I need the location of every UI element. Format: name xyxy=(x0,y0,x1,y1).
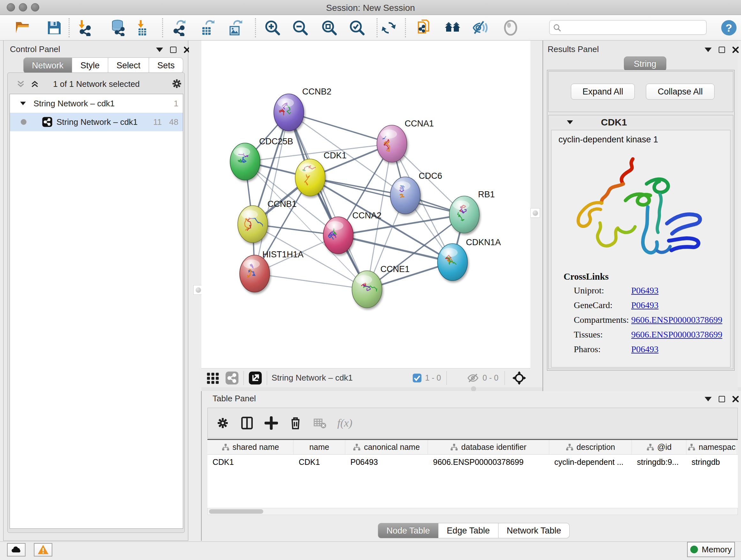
column-header[interactable]: name xyxy=(293,440,345,454)
tab-edge-table[interactable]: Edge Table xyxy=(439,523,498,538)
collapse-all-button[interactable]: Collapse All xyxy=(646,84,715,100)
tab-select[interactable]: Select xyxy=(108,57,149,73)
scrollbar-thumb[interactable] xyxy=(209,509,263,514)
string-network-graph[interactable]: CCNB2CCNA1CDC25BCDK1CDC6RB1CCNB1CCNA2CDK… xyxy=(201,41,530,368)
network-edge[interactable] xyxy=(255,273,367,289)
tab-sets[interactable]: Sets xyxy=(149,57,183,73)
crosslink-compartments-link[interactable]: 9606.ENSP00000378699 xyxy=(631,315,722,325)
gear-icon[interactable] xyxy=(171,78,183,89)
table-panel-title: Table Panel xyxy=(212,394,256,403)
expand-all-button[interactable]: Expand All xyxy=(571,84,635,100)
crosslink-uniprot-link[interactable]: P06493 xyxy=(631,286,659,296)
left-splitter[interactable] xyxy=(189,41,201,387)
tab-style[interactable]: Style xyxy=(72,57,108,73)
export-table-icon[interactable] xyxy=(199,19,216,36)
tab-string[interactable]: String xyxy=(624,57,666,71)
import-network-from-file-icon[interactable] xyxy=(76,19,93,36)
table-cell[interactable]: stringdb xyxy=(686,455,737,469)
node-label: CCNA2 xyxy=(352,211,382,220)
tab-node-table[interactable]: Node Table xyxy=(378,523,439,538)
table-row[interactable]: CDK1CDK1P064939606.ENSP00000378699cyclin… xyxy=(207,455,738,469)
panel-float-icon[interactable] xyxy=(704,48,712,52)
column-header[interactable]: shared name xyxy=(207,440,293,454)
zoom-in-icon[interactable] xyxy=(264,19,281,36)
right-splitter[interactable] xyxy=(530,41,542,387)
zoom-out-icon[interactable] xyxy=(292,19,309,36)
show-hide-graphics-icon[interactable] xyxy=(472,19,488,36)
string-import-icon[interactable] xyxy=(416,19,433,36)
panel-float-icon[interactable] xyxy=(156,48,163,52)
open-in-new-window-icon[interactable] xyxy=(248,371,262,385)
import-network-from-database-icon[interactable] xyxy=(110,19,126,36)
network-node[interactable]: CDKN1A xyxy=(437,238,501,281)
warnings-button[interactable] xyxy=(34,543,52,557)
home-icon[interactable] xyxy=(444,19,461,36)
import-table-icon[interactable] xyxy=(134,19,151,36)
right-splitter-collapse-handle[interactable] xyxy=(530,208,540,218)
table-cell[interactable]: cyclin-dependent ... xyxy=(549,455,632,469)
network-tree-item-row[interactable]: String Network – cdk1 11 48 xyxy=(10,113,183,131)
table-cell[interactable]: CDK1 xyxy=(207,455,293,469)
show-columns-icon[interactable] xyxy=(240,416,254,430)
cloud-button[interactable] xyxy=(7,543,25,557)
panel-maximize-icon[interactable] xyxy=(719,47,725,53)
table-cell[interactable]: P06493 xyxy=(345,455,428,469)
table-cell[interactable]: CDK1 xyxy=(293,455,345,469)
help-icon[interactable]: ? xyxy=(721,19,737,36)
column-header[interactable]: canonical name xyxy=(345,440,428,454)
gear-icon[interactable] xyxy=(216,416,229,430)
network-overview-icon[interactable] xyxy=(225,371,239,385)
network-node[interactable]: CDC25B xyxy=(230,137,293,180)
crosslink-label: Tissues: xyxy=(574,329,603,339)
birdseye-grid-icon[interactable] xyxy=(206,371,220,385)
table-horizontal-scrollbar[interactable] xyxy=(207,508,738,515)
network-node[interactable]: CCNA2 xyxy=(323,211,382,254)
protein-description: cyclin-dependent kinase 1 xyxy=(558,135,658,145)
selected-checkbox-icon[interactable] xyxy=(412,373,422,383)
section-expander-icon[interactable] xyxy=(566,118,574,126)
refresh-icon[interactable] xyxy=(381,19,397,36)
zoom-fit-icon[interactable] xyxy=(321,19,338,36)
protein-section-header[interactable]: CDK1 xyxy=(549,115,733,129)
crosslink-pharos-link[interactable]: P06493 xyxy=(631,344,659,354)
save-session-icon[interactable] xyxy=(46,19,63,36)
export-image-icon[interactable] xyxy=(227,19,244,36)
network-edge[interactable] xyxy=(338,235,453,262)
tab-network-table[interactable]: Network Table xyxy=(498,523,570,538)
network-node[interactable]: CCNB2 xyxy=(274,87,332,131)
tree-expander-icon[interactable] xyxy=(19,100,26,107)
grayed-eye-icon[interactable] xyxy=(502,19,519,36)
delete-column-icon[interactable] xyxy=(289,416,302,430)
network-node[interactable]: RB1 xyxy=(449,190,495,233)
tab-network[interactable]: Network xyxy=(23,57,72,73)
open-file-icon[interactable] xyxy=(15,19,31,36)
network-edge[interactable] xyxy=(289,112,367,289)
network-node[interactable]: CCNB1 xyxy=(238,199,297,243)
zoom-selected-icon[interactable] xyxy=(349,19,365,36)
column-header[interactable]: namespac xyxy=(686,440,737,454)
memory-button[interactable]: Memory xyxy=(687,542,735,557)
panel-close-icon[interactable] xyxy=(732,46,739,53)
table-cell[interactable]: stringdb:9... xyxy=(632,455,686,469)
network-canvas[interactable]: CCNB2CCNA1CDC25BCDK1CDC6RB1CCNB1CCNA2CDK… xyxy=(201,41,530,368)
panel-maximize-icon[interactable] xyxy=(719,396,725,402)
network-node[interactable]: CCNA1 xyxy=(377,119,434,162)
export-network-icon[interactable] xyxy=(172,19,188,36)
column-header[interactable]: database identifier xyxy=(428,440,549,454)
panel-float-icon[interactable] xyxy=(704,397,712,401)
network-edge[interactable] xyxy=(289,112,392,144)
panel-maximize-icon[interactable] xyxy=(170,47,177,53)
add-column-icon[interactable] xyxy=(265,416,278,430)
table-cell[interactable]: 9606.ENSP00000378699 xyxy=(428,455,549,469)
column-header[interactable]: description xyxy=(549,440,632,454)
panel-close-icon[interactable] xyxy=(732,395,739,402)
hidden-eye-icon[interactable] xyxy=(467,372,479,384)
network-tree-root-row[interactable]: String Network – cdk1 1 xyxy=(10,94,183,113)
column-header[interactable]: @id xyxy=(632,440,686,454)
network-node[interactable]: CCNE1 xyxy=(352,264,410,308)
crosslink-tissues-link[interactable]: 9606.ENSP00000378699 xyxy=(631,329,722,340)
fit-content-crosshair-icon[interactable] xyxy=(512,371,527,385)
crosslink-genecard-link[interactable]: P06493 xyxy=(631,300,659,310)
search-input[interactable] xyxy=(549,20,706,35)
network-node[interactable]: HIST1H1A xyxy=(240,250,304,292)
